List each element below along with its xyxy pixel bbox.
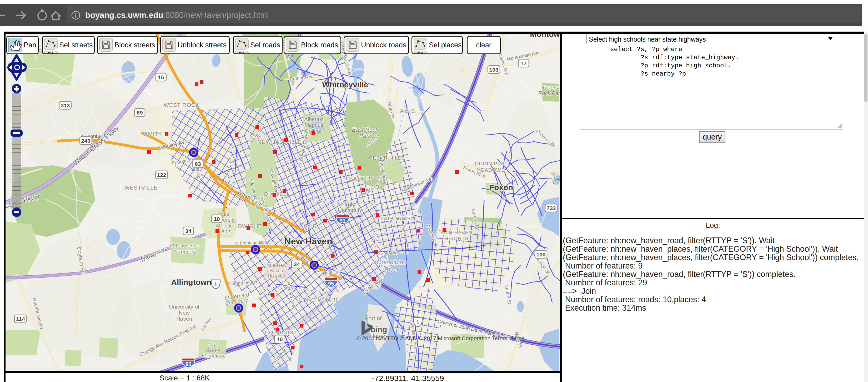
svg-text:Montowese: Montowese (530, 34, 560, 38)
svg-text:bing: bing (370, 325, 387, 334)
svg-text:Albertus: Albertus (304, 116, 323, 122)
svg-text:Fields: Fields (217, 229, 231, 234)
svg-text:NEWHALLVILLE: NEWHALLVILLE (257, 139, 302, 145)
svg-text:100: 100 (536, 252, 546, 258)
svg-text:EAST ROCK: EAST ROCK (349, 176, 383, 182)
svg-text:River: River (384, 266, 399, 273)
svg-text:103: 103 (489, 67, 498, 73)
svg-text:10: 10 (214, 216, 220, 222)
svg-text:Peters: Peters (543, 85, 558, 91)
svg-text:Haven: Haven (176, 316, 192, 322)
svg-text:733: 733 (547, 205, 556, 211)
svg-text:WEST ROCK: WEST ROCK (164, 102, 199, 108)
svg-text:CITY POINT: CITY POINT (265, 330, 297, 335)
svg-text:AMITY: AMITY (144, 131, 162, 137)
svg-text:Park: Park (359, 133, 371, 139)
svg-text:Cemetery: Cemetery (172, 248, 196, 255)
svg-text:Haven: Haven (270, 268, 283, 273)
svg-text:63: 63 (195, 161, 201, 167)
svg-text:91: 91 (340, 218, 345, 224)
svg-text:1: 1 (416, 319, 420, 325)
svg-text:New Haven: New Haven (284, 236, 332, 246)
svg-text:St Lawrence: St Lawrence (169, 242, 200, 248)
svg-text:WESTVILLE: WESTVILLE (124, 184, 158, 190)
svg-text:East Rock: East Rock (352, 126, 379, 133)
svg-text:Rock Park: Rock Park (538, 90, 560, 96)
svg-text:Arch St: Arch St (400, 109, 415, 114)
svg-text:FAIR HAVEN: FAIR HAVEN (380, 215, 415, 222)
svg-text:Yale: Yale (345, 201, 355, 207)
svg-text:313: 313 (61, 102, 70, 109)
svg-text:17: 17 (521, 60, 526, 66)
svg-text:122: 122 (157, 172, 166, 178)
svg-text:Cemetery: Cemetery (202, 353, 225, 359)
svg-text:QUINNIPIAC: QUINNIPIAC (475, 161, 507, 166)
svg-text:Whitneyville: Whitneyville (322, 80, 368, 89)
svg-text:1: 1 (214, 281, 217, 287)
svg-text:10: 10 (277, 336, 283, 342)
svg-text:University: University (338, 207, 362, 213)
svg-text:15: 15 (158, 74, 164, 80)
svg-text:Port of: Port of (365, 315, 382, 322)
svg-text:HEIGHTS: HEIGHTS (444, 236, 468, 241)
svg-text:34: 34 (293, 261, 300, 267)
svg-text:CEDAR HILLS: CEDAR HILLS (369, 155, 405, 160)
svg-text:95: 95 (185, 361, 191, 367)
svg-text:© 2010 NAVTEQ © AND © 2017 Mic: © 2010 NAVTEQ © AND © 2017 Microsoft Cor… (356, 335, 525, 341)
svg-text:Allingtown: Allingtown (171, 278, 211, 287)
svg-text:New: New (179, 310, 190, 316)
svg-text:69: 69 (136, 110, 143, 116)
svg-text:LONG WHARF: LONG WHARF (299, 297, 339, 303)
svg-text:University of: University of (169, 303, 199, 310)
svg-text:Yale-New: Yale-New (266, 263, 287, 268)
svg-text:Quinnipiac: Quinnipiac (376, 259, 406, 266)
svg-text:Hospital: Hospital (268, 273, 285, 278)
svg-text:Athletic: Athletic (216, 223, 233, 229)
svg-text:114: 114 (16, 316, 25, 322)
svg-text:243: 243 (81, 138, 90, 144)
svg-text:YALE: YALE (305, 224, 316, 229)
svg-text:Foxon: Foxon (489, 183, 513, 192)
svg-text:N Frontage Rd: N Frontage Rd (235, 240, 265, 246)
svg-text:Magnus: Magnus (304, 122, 323, 128)
svg-text:Grove: Grove (206, 347, 220, 353)
svg-text:Oak: Oak (208, 342, 218, 348)
svg-text:34: 34 (185, 228, 191, 234)
svg-text:95: 95 (328, 281, 334, 287)
